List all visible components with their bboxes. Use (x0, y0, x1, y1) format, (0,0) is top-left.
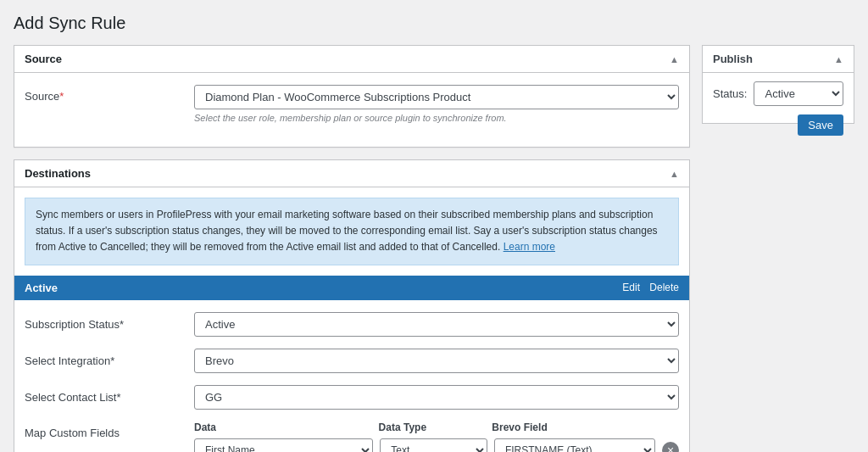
map-field-row-1: First Name Last Name Email Text (194, 438, 679, 452)
map-col-data-header: Data (194, 421, 372, 433)
source-card-body: Source* Diamond Plan - WooCommerce Subsc… (14, 73, 689, 147)
map-row1-brevo-field: FIRSTNAME (Text) LASTNAME (Text) (494, 438, 655, 452)
publish-card-header: Publish ▲ (703, 46, 854, 73)
publish-sidebar: Publish ▲ Status: Active Inactive Save (702, 45, 854, 136)
learn-more-link[interactable]: Learn more (504, 241, 555, 253)
destinations-card: Destinations ▲ Sync members or users in … (14, 159, 690, 452)
select-contact-list-label: Select Contact List* (25, 391, 194, 404)
publish-card-body: Status: Active Inactive Save (703, 73, 854, 123)
publish-chevron-icon[interactable]: ▲ (834, 54, 843, 64)
map-fields-content: Data Data Type Brevo Field First Name La… (194, 421, 679, 452)
source-select[interactable]: Diamond Plan - WooCommerce Subscriptions… (194, 85, 679, 109)
select-integration-row: Select Integration* Brevo (25, 349, 679, 373)
destinations-info-wrapper: Sync members or users in ProfilePress wi… (14, 187, 689, 276)
destinations-info-box: Sync members or users in ProfilePress wi… (25, 198, 679, 265)
source-form-row: Source* Diamond Plan - WooCommerce Subsc… (25, 85, 679, 123)
delete-link[interactable]: Delete (649, 282, 679, 293)
source-field: Diamond Plan - WooCommerce Subscriptions… (194, 85, 679, 123)
map-fields-header: Data Data Type Brevo Field (194, 421, 679, 433)
map-row1-type-field: Text (380, 438, 487, 452)
save-button[interactable]: Save (798, 114, 843, 136)
map-col-type-header: Data Type (379, 421, 486, 433)
destinations-card-header: Destinations ▲ (14, 160, 689, 187)
map-row1-data-field: First Name Last Name Email (194, 438, 373, 452)
map-row1-remove-button[interactable]: × (662, 442, 679, 452)
map-col-brevo-header: Brevo Field (492, 421, 652, 433)
subscription-status-select[interactable]: Active (194, 312, 679, 337)
select-integration-label: Select Integration* (25, 354, 194, 367)
source-card: Source ▲ Source* Diamond Plan - WooComme… (14, 45, 690, 148)
subscription-status-label: Subscription Status* (25, 318, 194, 331)
active-bar-actions: Edit Delete (615, 282, 679, 293)
destinations-section-title: Destinations (25, 167, 91, 180)
select-integration-field: Brevo (194, 349, 679, 373)
active-destination-bar: Active Edit Delete (14, 276, 689, 300)
publish-title: Publish (713, 53, 753, 65)
map-row1-type-select[interactable]: Text (380, 438, 487, 452)
destination-form-body: Subscription Status* Active Select Integ… (14, 300, 689, 452)
source-field-label: Source* (25, 85, 194, 103)
destinations-chevron-icon[interactable]: ▲ (670, 169, 679, 179)
page-title: Add Sync Rule (14, 14, 854, 33)
source-hint: Select the user role, membership plan or… (194, 113, 679, 123)
info-text: Sync members or users in ProfilePress wi… (36, 209, 658, 253)
publish-status-select-wrapper: Active Inactive (754, 81, 843, 106)
contact-list-select[interactable]: GG (194, 385, 679, 410)
publish-status-row: Status: Active Inactive (713, 81, 843, 106)
publish-card: Publish ▲ Status: Active Inactive Save (702, 45, 854, 124)
publish-status-select[interactable]: Active Inactive (754, 81, 843, 106)
integration-select[interactable]: Brevo (194, 349, 679, 373)
select-contact-list-row: Select Contact List* GG (25, 385, 679, 410)
map-custom-fields-section: Map Custom Fields Data Data Type Brevo F… (25, 421, 679, 452)
source-section-title: Source (25, 53, 62, 65)
source-chevron-icon[interactable]: ▲ (670, 54, 679, 64)
source-card-header: Source ▲ (14, 46, 689, 73)
subscription-status-row: Subscription Status* Active (25, 312, 679, 337)
map-custom-fields-label: Map Custom Fields (25, 421, 194, 452)
edit-link[interactable]: Edit (622, 282, 640, 293)
map-row1-data-select[interactable]: First Name Last Name Email (194, 438, 373, 452)
subscription-status-field: Active (194, 312, 679, 337)
select-contact-list-field: GG (194, 385, 679, 410)
publish-status-label: Status: (713, 87, 747, 100)
map-row1-brevo-select[interactable]: FIRSTNAME (Text) LASTNAME (Text) (494, 438, 655, 452)
active-bar-label: Active (25, 282, 58, 294)
